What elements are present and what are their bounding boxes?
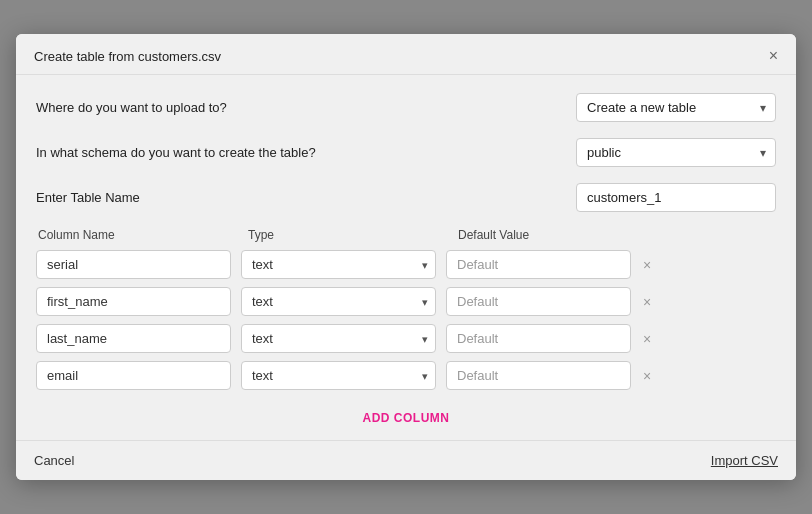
- col-default-input-0[interactable]: [446, 250, 631, 279]
- schema-label: In what schema do you want to create the…: [36, 145, 316, 160]
- col-type-wrapper-3: textintegerbooleandate: [241, 361, 436, 390]
- table-row: textintegerbooleandate ×: [36, 361, 776, 390]
- col-default-input-3[interactable]: [446, 361, 631, 390]
- modal-title: Create table from customers.csv: [34, 49, 221, 64]
- col-delete-button-0[interactable]: ×: [639, 255, 655, 275]
- upload-select-wrapper: Create a new table Append to existing ta…: [576, 93, 776, 122]
- table-name-label: Enter Table Name: [36, 190, 140, 205]
- close-button[interactable]: ×: [769, 48, 778, 64]
- upload-label: Where do you want to upload to?: [36, 100, 227, 115]
- schema-select[interactable]: public private: [576, 138, 776, 167]
- col-type-select-0[interactable]: textintegerbooleandate: [241, 250, 436, 279]
- table-row: textintegerbooleandate ×: [36, 287, 776, 316]
- col-delete-button-1[interactable]: ×: [639, 292, 655, 312]
- col-name-input-1[interactable]: [36, 287, 231, 316]
- schema-control: public private: [576, 138, 776, 167]
- col-type-select-1[interactable]: textintegerbooleandate: [241, 287, 436, 316]
- col-type-wrapper-0: textintegerbooleandate: [241, 250, 436, 279]
- upload-row: Where do you want to upload to? Create a…: [36, 93, 776, 122]
- columns-section: Column Name Type Default Value textinteg…: [36, 228, 776, 390]
- cancel-button[interactable]: Cancel: [34, 453, 74, 468]
- modal: Create table from customers.csv × Where …: [16, 34, 796, 480]
- col-type-wrapper-1: textintegerbooleandate: [241, 287, 436, 316]
- add-column-row: ADD COLUMN: [36, 398, 776, 430]
- import-csv-button[interactable]: Import CSV: [711, 453, 778, 468]
- upload-control: Create a new table Append to existing ta…: [576, 93, 776, 122]
- col-name-input-2[interactable]: [36, 324, 231, 353]
- upload-select[interactable]: Create a new table Append to existing ta…: [576, 93, 776, 122]
- col-type-wrapper-2: textintegerbooleandate: [241, 324, 436, 353]
- table-name-control: [576, 183, 776, 212]
- table-name-input[interactable]: [576, 183, 776, 212]
- col-name-input-0[interactable]: [36, 250, 231, 279]
- schema-row: In what schema do you want to create the…: [36, 138, 776, 167]
- column-default-header: Default Value: [458, 228, 648, 242]
- col-type-select-3[interactable]: textintegerbooleandate: [241, 361, 436, 390]
- schema-select-wrapper: public private: [576, 138, 776, 167]
- col-type-select-2[interactable]: textintegerbooleandate: [241, 324, 436, 353]
- add-column-button[interactable]: ADD COLUMN: [363, 411, 450, 425]
- col-default-input-1[interactable]: [446, 287, 631, 316]
- col-default-input-2[interactable]: [446, 324, 631, 353]
- modal-header: Create table from customers.csv ×: [16, 34, 796, 75]
- modal-body: Where do you want to upload to? Create a…: [16, 75, 796, 440]
- modal-footer: Cancel Import CSV: [16, 440, 796, 480]
- col-name-input-3[interactable]: [36, 361, 231, 390]
- column-type-header: Type: [248, 228, 448, 242]
- col-delete-button-2[interactable]: ×: [639, 329, 655, 349]
- table-row: textintegerbooleandate ×: [36, 324, 776, 353]
- table-name-row: Enter Table Name: [36, 183, 776, 212]
- table-row: textintegerbooleandate ×: [36, 250, 776, 279]
- column-name-header: Column Name: [38, 228, 238, 242]
- columns-header: Column Name Type Default Value: [36, 228, 776, 242]
- col-delete-button-3[interactable]: ×: [639, 366, 655, 386]
